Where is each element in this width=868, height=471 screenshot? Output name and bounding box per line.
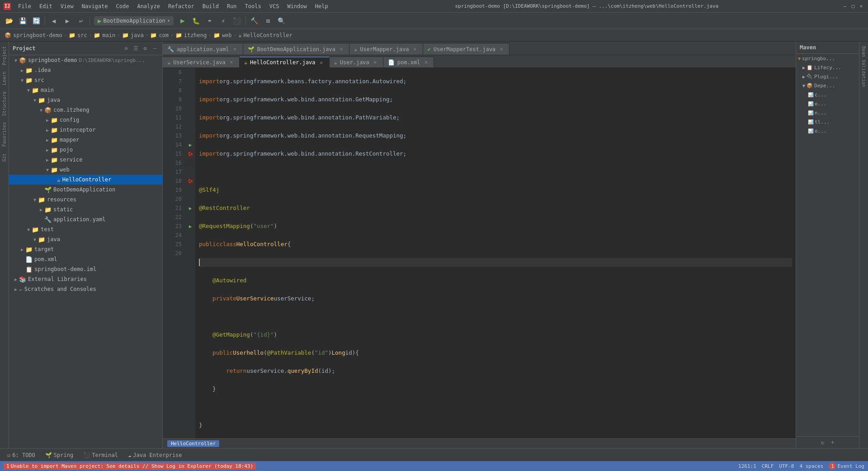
run-gutter-21[interactable]: ▶: [185, 204, 195, 213]
tool-bean-validation[interactable]: Bean Validation: [860, 43, 867, 90]
tree-item-external-libs[interactable]: ▶ 📚 External Libraries: [9, 274, 162, 284]
menu-code[interactable]: Code: [113, 2, 133, 10]
stop-button[interactable]: ⬛: [231, 14, 243, 27]
tree-item-pom[interactable]: ▶ 📄 pom.xml: [9, 254, 162, 264]
breadcrumb-module[interactable]: springboot-demo: [13, 32, 62, 38]
tree-item-java[interactable]: ▼ 📁 java: [9, 95, 162, 105]
tree-item-web[interactable]: ▼ 📁 web: [9, 165, 162, 175]
tool-structure[interactable]: Structure: [1, 89, 8, 119]
breadcrumb-com[interactable]: com: [159, 32, 169, 38]
bottom-tab-spring[interactable]: 🌱 Spring: [42, 450, 77, 460]
breadcrumb-src[interactable]: src: [77, 32, 87, 38]
run-button[interactable]: ▶: [176, 14, 189, 27]
tab-close-user[interactable]: ✕: [372, 59, 378, 66]
bean-gutter-18[interactable]: 🫘: [185, 176, 195, 186]
menu-run[interactable]: Run: [223, 2, 241, 10]
status-indent[interactable]: 4 spaces: [799, 463, 823, 469]
tree-item-test-java[interactable]: ▼ 📁 java: [9, 234, 162, 244]
tab-userservice[interactable]: ☕ UserService.java ✕: [163, 57, 240, 67]
tab-user[interactable]: ☕ User.java ✕: [330, 57, 383, 67]
status-line-ending[interactable]: CRLF: [762, 463, 774, 469]
maven-tree-deps[interactable]: ▼ 📦 Depe...: [796, 81, 859, 90]
menu-view[interactable]: View: [57, 2, 77, 10]
tab-application-yaml[interactable]: 🔧 application.yaml ✕: [163, 43, 243, 55]
breadcrumb-main[interactable]: main: [102, 32, 115, 38]
layout-icon[interactable]: ☰: [132, 44, 140, 52]
tab-usermapper[interactable]: ☕ UserMapper.java ✕: [349, 43, 423, 55]
breadcrumb-class[interactable]: HelloController: [243, 32, 292, 38]
run-gutter-23[interactable]: ▶: [185, 222, 195, 231]
debug-button[interactable]: 🐛: [190, 14, 203, 27]
tree-item-service[interactable]: ▶ 📁 service: [9, 155, 162, 165]
tree-item-springboot-demo[interactable]: ▼ 📦 springboot-demo D:\IDEAWORK\springb.…: [9, 55, 162, 65]
bottom-tab-enterprise[interactable]: ☁ Java Enterprise: [124, 450, 186, 460]
status-position[interactable]: 1261:1: [738, 463, 756, 469]
status-warning[interactable]: 1 Unable to import Maven project: See de…: [4, 463, 256, 470]
maven-tree-dep-1[interactable]: 📊 o...: [796, 99, 859, 108]
menu-tools[interactable]: Tools: [241, 2, 265, 10]
save-button[interactable]: 💾: [16, 14, 29, 27]
tool-git[interactable]: Git: [1, 151, 8, 164]
tree-item-static[interactable]: ▶ 📁 static: [9, 205, 162, 214]
tab-close-hellocontroller[interactable]: ✕: [318, 59, 325, 66]
tree-item-pojo[interactable]: ▶ 📁 pojo: [9, 145, 162, 155]
tree-item-mapper[interactable]: ▶ 📁 mapper: [9, 135, 162, 145]
breadcrumb-itzheng[interactable]: itzheng: [184, 32, 207, 38]
tree-item-interceptor[interactable]: ▶ 📁 interceptor: [9, 125, 162, 135]
tab-close-yaml[interactable]: ✕: [232, 46, 238, 52]
menu-window[interactable]: Window: [283, 2, 310, 10]
tab-pom[interactable]: 📄 pom.xml ✕: [383, 57, 434, 67]
forward-button[interactable]: ▶: [61, 14, 74, 27]
sync-button[interactable]: 🔄: [30, 14, 42, 27]
tree-item-com-itzheng[interactable]: ▼ 📦 com.itzheng: [9, 105, 162, 115]
tree-item-bootdemo[interactable]: ▶ 🌱 BootDemoApplication: [9, 185, 162, 195]
tab-close-usermappertest[interactable]: ✕: [498, 46, 505, 52]
tree-item-src[interactable]: ▼ 📁 src: [9, 75, 162, 85]
breadcrumb-java[interactable]: java: [131, 32, 144, 38]
maximize-button[interactable]: □: [850, 3, 856, 10]
menu-help[interactable]: Help: [311, 2, 332, 10]
bottom-tab-terminal[interactable]: ⬛ Terminal: [80, 450, 122, 460]
maven-refresh-icon[interactable]: ↻: [819, 438, 827, 447]
tab-usermappertest[interactable]: ✔ UserMapperTest.java ✕: [423, 43, 510, 55]
minimize-button[interactable]: –: [842, 3, 848, 10]
status-encoding[interactable]: UTF-8: [779, 463, 794, 469]
revert-button[interactable]: ↩: [75, 14, 87, 27]
settings-icon[interactable]: ⚙: [141, 44, 149, 52]
tool-learn[interactable]: Learn: [1, 69, 8, 88]
menu-file[interactable]: File: [14, 2, 35, 10]
tree-item-app-yaml[interactable]: ▶ 🔧 application.yaml: [9, 214, 162, 224]
tree-item-idea[interactable]: ▶ 📁 .idea: [9, 65, 162, 75]
tool-favorites[interactable]: Favorites: [1, 119, 8, 149]
open-button[interactable]: 📂: [3, 14, 15, 27]
maven-tree-dep-2[interactable]: 📊 n...: [796, 108, 859, 117]
tab-hellocontroller[interactable]: ☕ HelloController.java ✕: [240, 57, 330, 67]
collapse-icon[interactable]: —: [151, 44, 159, 52]
scope-icon[interactable]: ⊙: [122, 44, 130, 52]
tab-bootdemo[interactable]: 🌱 BootDemoApplication.java ✕: [243, 43, 349, 55]
tool-project[interactable]: Project: [1, 43, 8, 68]
maven-tree-lifecycle[interactable]: ▶ 📋 Lifecy...: [796, 63, 859, 72]
search-everywhere-button[interactable]: 🔍: [275, 14, 288, 27]
menu-refactor[interactable]: Refactor: [165, 2, 198, 10]
tree-item-config[interactable]: ▶ 📁 config: [9, 115, 162, 125]
tab-close-usermapper[interactable]: ✕: [412, 46, 418, 52]
close-button[interactable]: ✕: [858, 3, 864, 10]
status-event-log[interactable]: 1 Event Log: [829, 462, 864, 470]
tree-item-test[interactable]: ▼ 📁 test: [9, 224, 162, 234]
coverage-button[interactable]: ☂: [203, 14, 216, 27]
maven-add-icon[interactable]: +: [829, 438, 837, 447]
menu-edit[interactable]: Edit: [36, 2, 56, 10]
tree-item-hellocontroller[interactable]: ▶ ☕ HelloController: [9, 175, 162, 185]
menu-build[interactable]: Build: [199, 2, 222, 10]
run-config-selector[interactable]: ▶ BootDemoApplication ▾: [94, 16, 174, 25]
tree-item-main[interactable]: ▼ 📁 main: [9, 85, 162, 95]
menu-navigate[interactable]: Navigate: [78, 2, 112, 10]
bottom-tab-todo[interactable]: ☑ 6: TODO: [4, 450, 39, 460]
maven-tree-dep-0[interactable]: 📊 c...: [796, 90, 859, 99]
maven-tree-springbo[interactable]: ▼ springbo...: [796, 54, 859, 63]
code-editor[interactable]: 6 7 8 9 10 11 12 13 14 15 16 17 18 19 20…: [163, 68, 796, 448]
frame-button[interactable]: ⊞: [262, 14, 274, 27]
tab-close-bootdemo[interactable]: ✕: [338, 46, 344, 52]
profile-button[interactable]: ⚡: [217, 14, 230, 27]
